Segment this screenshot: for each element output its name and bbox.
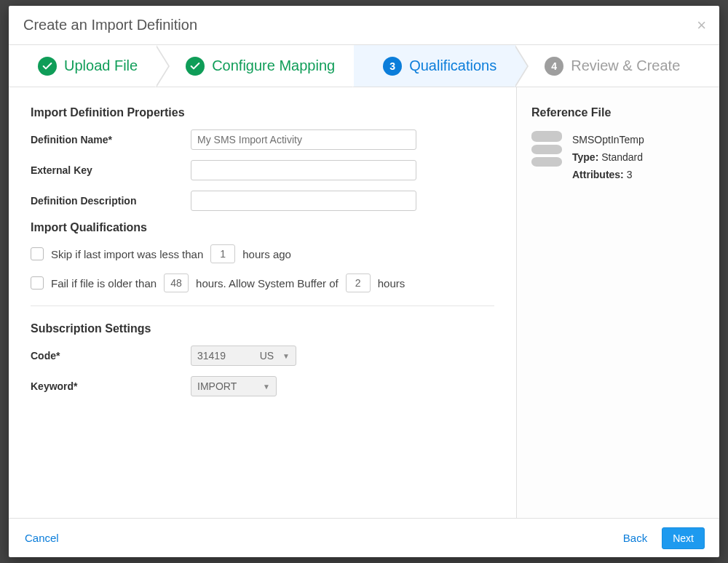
row-code: Code* 31419 US ▼	[31, 346, 494, 366]
text-fail-prefix: Fail if file is older than	[51, 277, 157, 290]
back-button[interactable]: Back	[622, 529, 649, 547]
step-configure-mapping[interactable]: Configure Mapping	[157, 45, 354, 87]
reference-name: SMSOptInTemp	[572, 131, 644, 148]
step-qualifications[interactable]: 3 Qualifications	[354, 45, 515, 87]
reference-type-value: Standard	[601, 151, 643, 163]
check-icon	[38, 57, 57, 76]
label-code: Code*	[31, 350, 191, 362]
section-heading-properties: Import Definition Properties	[31, 106, 494, 119]
text-skip-prefix: Skip if last import was less than	[51, 248, 203, 260]
select-keyword[interactable]: IMPORT ▼	[191, 376, 277, 396]
reference-type-label: Type:	[572, 151, 598, 163]
step-label: Upload File	[64, 57, 138, 74]
reference-meta: SMSOptInTemp Type: Standard Attributes: …	[572, 131, 644, 183]
wizard-steps: Upload File Configure Mapping 3 Qualific…	[9, 45, 719, 87]
label-external-key: External Key	[31, 164, 191, 176]
step-number-badge: 4	[545, 57, 563, 76]
reference-heading: Reference File	[531, 106, 705, 119]
row-keyword: Keyword* IMPORT ▼	[31, 376, 494, 396]
step-upload-file[interactable]: Upload File	[9, 45, 157, 87]
chevron-down-icon: ▼	[282, 352, 290, 360]
text-fail-suffix: hours	[378, 277, 405, 290]
input-fail-hours[interactable]	[164, 273, 189, 292]
label-definition-name: Definition Name*	[31, 134, 191, 145]
database-icon	[531, 131, 562, 183]
select-code-value: 31419	[197, 350, 226, 362]
row-external-key: External Key	[31, 160, 494, 180]
row-definition-description: Definition Description	[31, 191, 494, 211]
label-keyword: Keyword*	[31, 380, 191, 392]
chevron-down-icon: ▼	[263, 383, 270, 391]
reference-file: SMSOptInTemp Type: Standard Attributes: …	[531, 131, 705, 183]
reference-attr-value: 3	[627, 169, 633, 180]
divider	[31, 306, 494, 306]
label-definition-description: Definition Description	[31, 195, 191, 207]
select-keyword-value: IMPORT	[197, 380, 237, 392]
row-skip-import: Skip if last import was less than hours …	[31, 244, 494, 263]
modal-header: Create an Import Definition ×	[9, 6, 719, 45]
step-label: Qualifications	[409, 57, 496, 74]
input-skip-hours[interactable]	[210, 244, 235, 263]
main-column: Import Definition Properties Definition …	[9, 87, 517, 518]
modal-body: Import Definition Properties Definition …	[9, 87, 719, 518]
input-definition-name[interactable]	[191, 129, 416, 150]
input-fail-buffer[interactable]	[346, 273, 371, 292]
step-number-badge: 3	[383, 57, 402, 76]
select-code[interactable]: 31419 US ▼	[191, 346, 296, 366]
row-fail-import: Fail if file is older than hours. Allow …	[31, 273, 494, 292]
text-skip-suffix: hours ago	[242, 248, 291, 260]
row-definition-name: Definition Name*	[31, 129, 494, 150]
section-heading-qualifications: Import Qualifications	[31, 221, 494, 234]
checkbox-fail-import[interactable]	[31, 276, 44, 290]
step-review-create[interactable]: 4 Review & Create	[515, 45, 699, 87]
checkbox-skip-import[interactable]	[31, 247, 44, 260]
next-button[interactable]: Next	[662, 527, 705, 549]
side-column: Reference File SMSOptInTemp Type: Standa…	[517, 87, 719, 518]
text-fail-mid: hours. Allow System Buffer of	[196, 277, 339, 290]
input-definition-description[interactable]	[191, 191, 416, 211]
close-icon[interactable]: ×	[697, 16, 706, 35]
check-icon	[186, 57, 205, 76]
cancel-button[interactable]: Cancel	[23, 529, 60, 547]
step-label: Review & Create	[571, 57, 680, 74]
select-code-region: US	[260, 350, 274, 362]
reference-attr-label: Attributes:	[572, 169, 624, 180]
modal-footer: Cancel Back Next	[9, 518, 719, 557]
input-external-key[interactable]	[191, 160, 416, 180]
modal-title: Create an Import Definition	[23, 17, 197, 33]
modal: Create an Import Definition × Upload Fil…	[9, 6, 719, 557]
section-heading-subscription: Subscription Settings	[31, 322, 494, 335]
step-label: Configure Mapping	[212, 57, 335, 74]
